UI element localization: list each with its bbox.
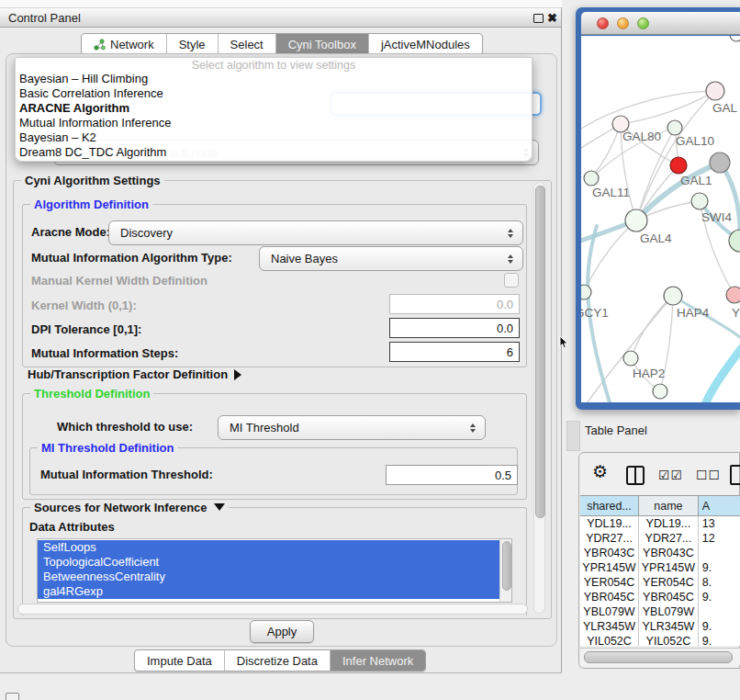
aracne-mode-combo[interactable]: Discovery (108, 220, 523, 245)
network-canvas[interactable]: GALGAL80GAL10GAL1GAL11SWI4GAL4HAP4YGCY1H… (581, 36, 740, 402)
columns-icon[interactable] (626, 466, 645, 485)
attribute-item-gal4rgexp[interactable]: gal4RGexp (38, 584, 499, 599)
tab-impute-data[interactable]: Impute Data (135, 650, 224, 671)
collapsed-arrow-icon[interactable] (234, 369, 241, 380)
table-header-row: shared...nameA (580, 496, 740, 516)
table-cell: YLR345W (580, 619, 639, 634)
algorithm-option-mutual-information-inference[interactable]: Mutual Information Inference (16, 116, 532, 130)
gear-icon[interactable]: ⚙ (592, 463, 608, 480)
table-row[interactable]: YER054CYER054C8. (580, 575, 740, 590)
table-row[interactable]: YPR145WYPR145W9. (580, 560, 740, 575)
table-horizontal-scrollbar[interactable] (580, 648, 740, 665)
which-threshold-combo[interactable]: MI Threshold (218, 415, 486, 440)
kernel-width-field[interactable]: 0.0 (389, 294, 520, 314)
zoom-traffic-light[interactable] (637, 17, 649, 29)
table-cell: YDL19... (580, 516, 639, 531)
algorithm-option-dream8-dc-tdc-algorithm[interactable]: Dream8 DC_TDC Algorithm (16, 145, 532, 160)
table-row[interactable]: YIL052CYIL052C9. (580, 634, 740, 646)
algorithm-option-aracne-algorithm[interactable]: ARACNE Algorithm (16, 101, 532, 116)
table-cell: YER054C (639, 575, 699, 590)
settings-vertical-scrollbar-thumb[interactable] (535, 186, 545, 518)
table-row[interactable]: YLR345WYLR345W9. (580, 619, 740, 634)
select-all-icon[interactable]: ☑☑ (658, 468, 683, 482)
tab-infer-network[interactable]: Infer Network (330, 650, 425, 671)
list-vertical-scrollbar[interactable] (499, 539, 511, 602)
attribute-item-selfloops[interactable]: SelfLoops (38, 540, 499, 555)
tab-label: Infer Network (342, 654, 413, 668)
algorithm-option-basic-correlation-inference[interactable]: Basic Correlation Inference (16, 86, 532, 101)
apply-button-label: Apply (267, 625, 297, 638)
network-node-gal[interactable] (706, 82, 724, 100)
network-edge (631, 296, 673, 358)
table-row[interactable]: YBR043CYBR043C (580, 546, 740, 560)
list-vertical-scrollbar-thumb[interactable] (502, 541, 511, 591)
settings-vertical-scrollbar[interactable] (533, 182, 545, 614)
mi-threshold-label: Mutual Information Threshold: (40, 465, 213, 485)
network-node-hap4[interactable] (664, 287, 682, 305)
tab-cyni-toolbox[interactable]: Cyni Toolbox (275, 34, 368, 54)
table-row[interactable]: YBL079WYBL079W (580, 604, 740, 619)
apply-button[interactable]: Apply (250, 620, 314, 643)
tab-label: Impute Data (147, 654, 212, 668)
tab-discretize-data[interactable]: Discretize Data (224, 650, 330, 671)
table-cell (699, 546, 740, 560)
network-node-gal11[interactable] (584, 171, 599, 186)
deselect-all-icon[interactable]: ☐☐ (696, 468, 721, 482)
network-node-label: GAL11 (592, 186, 630, 199)
new-table-icon[interactable] (730, 465, 740, 485)
algorithm-option-bayesian-k2[interactable]: Bayesian – K2 (16, 130, 532, 145)
column-header-shared[interactable]: shared... (580, 496, 639, 516)
mi-steps-field[interactable]: 6 (389, 342, 520, 362)
algorithm-option-bayesian-hill-climbing[interactable]: Bayesian – Hill Climbing (16, 72, 532, 86)
tab-network[interactable]: Network (82, 34, 166, 54)
network-edge (591, 124, 621, 178)
tab-select[interactable]: Select (218, 34, 275, 54)
network-node-gal4[interactable] (625, 209, 647, 231)
column-header-a[interactable]: A (699, 496, 740, 516)
expanded-arrow-icon[interactable] (214, 503, 225, 511)
network-node-y[interactable] (726, 287, 740, 303)
manual-kernel-checkbox[interactable] (504, 273, 519, 288)
table-horizontal-scrollbar-thumb[interactable] (584, 651, 733, 663)
float-window-icon[interactable] (533, 14, 544, 23)
table-row[interactable]: YDR27...YDR27...12 (580, 531, 740, 546)
network-node-hap2[interactable] (623, 351, 638, 366)
screen: Control Panel ✖ NetworkStyleSelectCyni T… (0, 0, 740, 700)
close-traffic-light[interactable] (597, 17, 609, 29)
dpi-tolerance-field[interactable]: 0.0 (389, 318, 520, 338)
network-node-gcy1[interactable] (581, 285, 591, 299)
spinner-arrows-icon (465, 423, 481, 433)
split-pane-divider[interactable] (566, 421, 580, 451)
tab-style[interactable]: Style (166, 34, 218, 54)
hub-definition-toggle[interactable]: Hub/Transcription Factor Definition (28, 367, 241, 381)
table-cell: YDL19... (639, 516, 699, 531)
tab-jactivemnodules[interactable]: jActiveMNodules (368, 34, 482, 54)
network-node-gal1[interactable] (670, 157, 687, 174)
network-window-titlebar[interactable] (581, 12, 740, 35)
network-node[interactable] (653, 384, 667, 399)
control-panel-window: Control Panel ✖ NetworkStyleSelectCyni T… (0, 7, 562, 673)
network-node-swi4[interactable] (691, 193, 708, 209)
column-header-name[interactable]: name (639, 496, 699, 516)
settings-horizontal-scrollbar[interactable] (17, 604, 528, 615)
network-edge (581, 91, 715, 129)
mi-algorithm-type-combo[interactable]: Naive Bayes (259, 246, 523, 271)
minimize-traffic-light[interactable] (617, 17, 629, 29)
mi-algorithm-type-value: Naive Bayes (260, 252, 502, 265)
network-node[interactable] (710, 152, 730, 173)
mi-threshold-value: 0.5 (495, 469, 517, 482)
sources-group-title[interactable]: Sources for Network Inference (30, 501, 229, 514)
minimized-panel-icon[interactable] (6, 693, 19, 700)
close-window-icon[interactable]: ✖ (547, 13, 557, 24)
table-cell: 12 (699, 531, 740, 546)
table-row[interactable]: YBR045CYBR045C9. (580, 590, 740, 604)
attribute-item-betweennesscentrality[interactable]: BetweennessCentrality (38, 570, 499, 584)
table-cell: 9. (699, 560, 740, 575)
threshold-definition-title: Threshold Definition (30, 387, 153, 401)
attribute-item-topologicalcoefficient[interactable]: TopologicalCoefficient (38, 555, 499, 570)
network-node[interactable] (730, 36, 740, 41)
network-node-gal10[interactable] (667, 120, 682, 135)
mi-threshold-field[interactable]: 0.5 (386, 465, 518, 485)
table-row[interactable]: YDL19...YDL19...13 (580, 516, 740, 531)
table-body: YDL19...YDL19...13YDR27...YDR27...12YBR0… (580, 516, 740, 646)
